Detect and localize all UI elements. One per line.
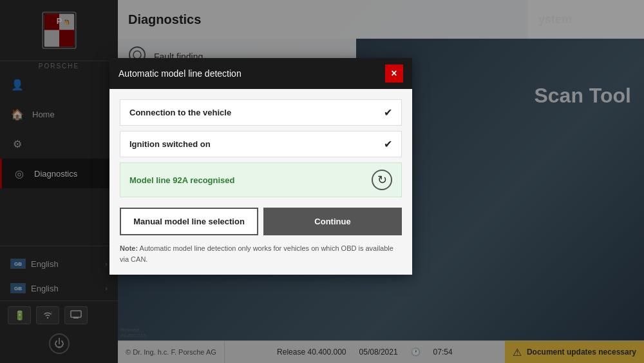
modal-actions: Manual model line selection Continue [120,208,402,235]
note-text: Automatic model line detection only work… [120,244,393,263]
connection-check-icon: ✔ [384,106,392,119]
modal-note: Note: Automatic model line detection onl… [120,243,402,264]
manual-model-selection-button[interactable]: Manual model line selection [120,208,258,235]
automatic-model-detection-modal: Automatic model line detection × Connect… [109,58,412,275]
model-line-row: Model line 92A recognised ↻ [120,162,402,197]
modal-title: Automatic model line detection [118,68,242,79]
note-prefix: Note: [120,244,138,252]
connection-check-row: Connection to the vehicle ✔ [120,99,402,126]
connection-label: Connection to the vehicle [129,108,231,117]
ignition-check-row: Ignition switched on ✔ [120,131,402,157]
modal-header: Automatic model line detection × [109,58,412,89]
model-line-label: Model line 92A recognised [129,175,235,185]
ignition-label: Ignition switched on [129,139,211,149]
continue-button[interactable]: Continue [263,208,402,235]
refresh-button[interactable]: ↻ [372,170,392,190]
modal-body: Connection to the vehicle ✔ Ignition swi… [109,89,412,275]
modal-close-button[interactable]: × [385,64,403,83]
ignition-check-icon: ✔ [384,138,392,150]
